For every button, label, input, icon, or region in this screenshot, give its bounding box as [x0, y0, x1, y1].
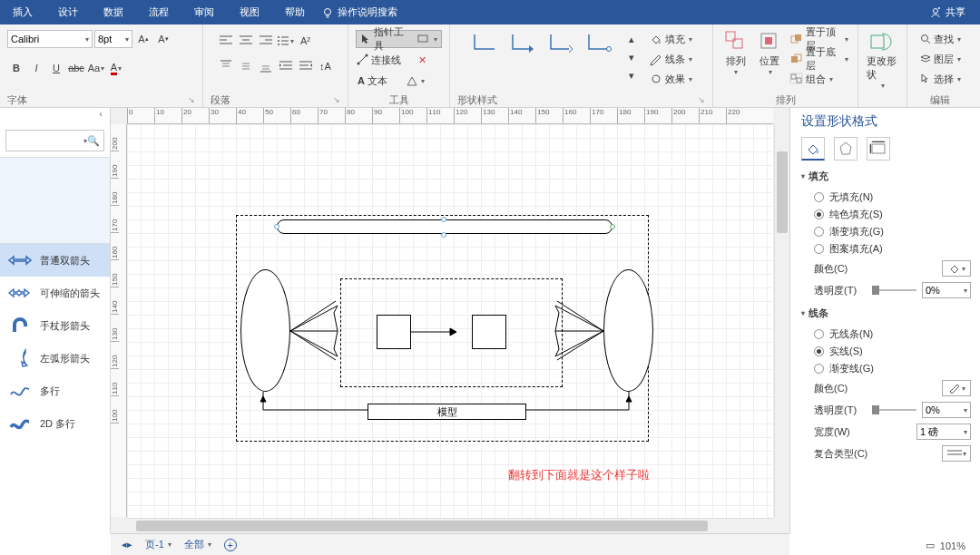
style-sample-3[interactable]: [544, 30, 579, 57]
group-button[interactable]: 组合▾: [789, 70, 850, 88]
layers-button[interactable]: 图层▾: [918, 50, 963, 68]
indent-right-button[interactable]: [297, 57, 315, 75]
panel-tab-size[interactable]: [867, 137, 890, 161]
fill-menu-button[interactable]: 填充▾: [648, 30, 694, 48]
change-shape-button[interactable]: 更改形状▾: [867, 30, 899, 90]
case-button[interactable]: Aa▾: [87, 59, 105, 77]
arrange-button[interactable]: 排列▾: [720, 30, 751, 76]
superscript-button[interactable]: A²: [297, 32, 315, 50]
radio-no-line[interactable]: 无线条(N): [801, 326, 971, 343]
valign-middle-button[interactable]: [237, 57, 255, 75]
compound-type-picker[interactable]: ▾: [942, 445, 971, 462]
line-color-picker[interactable]: ▾: [942, 380, 971, 396]
shape-item-multiline[interactable]: 多行: [0, 375, 110, 407]
line-transparency-slider[interactable]: [872, 409, 916, 411]
line-width-input[interactable]: 1 磅▾: [916, 424, 971, 440]
chevron-down-icon: ▾: [85, 35, 89, 44]
tab-process[interactable]: 流程: [136, 0, 181, 24]
radio-gradient-fill[interactable]: 渐变填充(G): [801, 223, 971, 240]
radio-pattern-fill[interactable]: 图案填充(A): [801, 240, 971, 258]
close-icon[interactable]: ✕: [418, 54, 426, 66]
send-back-button[interactable]: 置于底层▾: [789, 50, 850, 68]
share-button[interactable]: 共享: [929, 5, 965, 19]
gallery-more-button[interactable]: ▾: [624, 66, 639, 84]
fill-transparency-slider[interactable]: [872, 289, 916, 291]
select-button[interactable]: 选择▾: [918, 70, 963, 88]
tab-data[interactable]: 数据: [91, 0, 136, 24]
pointer-tool-button[interactable]: 指针工具▾: [356, 30, 442, 48]
shape-dashed-rect[interactable]: [340, 278, 563, 387]
shape-item-cane-arrow[interactable]: 手杖形箭头: [0, 309, 110, 342]
radio-solid-line[interactable]: 实线(S): [801, 343, 971, 360]
tell-me-search[interactable]: 操作说明搜索: [321, 5, 397, 19]
text-direction-button[interactable]: ↕A: [317, 57, 335, 75]
style-sample-2[interactable]: [506, 30, 541, 57]
underline-button[interactable]: U: [47, 59, 65, 77]
dialog-launcher-icon[interactable]: ↘: [333, 95, 340, 104]
shape-ellipse-right[interactable]: [603, 269, 653, 392]
dialog-launcher-icon[interactable]: ↘: [188, 95, 195, 104]
valign-bottom-button[interactable]: [257, 57, 275, 75]
align-center-button[interactable]: [237, 32, 255, 50]
tab-view[interactable]: 视图: [227, 0, 272, 24]
gallery-down-button[interactable]: ▾: [624, 48, 639, 66]
shape-item-flex-arrow[interactable]: 可伸缩的箭头: [0, 277, 110, 309]
line-transparency-input[interactable]: 0%▾: [922, 402, 971, 418]
scrollbar-horizontal[interactable]: [127, 518, 773, 533]
pointer-tool-label: 指针工具: [374, 25, 412, 53]
bold-button[interactable]: B: [7, 59, 25, 77]
section-line-header[interactable]: ▾线条: [801, 307, 971, 320]
connector-tool-button[interactable]: 连接线✕: [356, 51, 428, 69]
page-tab-1[interactable]: 页-1▾: [145, 538, 172, 551]
line-menu-button[interactable]: 线条▾: [648, 50, 694, 68]
zoom-indicator[interactable]: ▭101%: [926, 540, 965, 551]
dialog-launcher-icon[interactable]: ↘: [698, 95, 705, 104]
effects-menu-button[interactable]: 效果▾: [648, 70, 694, 88]
shape-square-2[interactable]: [472, 315, 506, 349]
find-button[interactable]: 查找▾: [918, 30, 963, 48]
drawing-canvas[interactable]: 模型 翻转到下面就是这个样子啦: [127, 124, 773, 533]
valign-top-button[interactable]: [217, 57, 235, 75]
shape-ellipse-left[interactable]: [240, 269, 290, 392]
scrollbar-vertical[interactable]: [774, 124, 789, 517]
radio-no-fill[interactable]: 无填充(N): [801, 189, 971, 206]
bullets-button[interactable]: ▾: [277, 32, 295, 50]
fill-color-picker[interactable]: ▾: [942, 260, 971, 277]
indent-left-button[interactable]: [277, 57, 295, 75]
italic-button[interactable]: I: [27, 59, 45, 77]
align-left-button[interactable]: [217, 32, 235, 50]
tab-review[interactable]: 审阅: [181, 0, 227, 24]
all-pages-button[interactable]: 全部▾: [184, 538, 211, 551]
shapes-search-input[interactable]: ▾ 🔍: [5, 130, 104, 151]
shape-item-2d-multiline[interactable]: 2D 多行: [0, 407, 110, 440]
radio-gradient-line[interactable]: 渐变线(G): [801, 360, 971, 377]
tab-help[interactable]: 帮助: [272, 0, 318, 24]
fill-transparency-input[interactable]: 0%▾: [922, 282, 971, 298]
shape-item-double-arrow[interactable]: 普通双箭头: [0, 244, 110, 277]
font-color-button[interactable]: A▾: [107, 59, 125, 77]
grow-font-button[interactable]: A▴: [134, 30, 152, 48]
style-sample-4[interactable]: [583, 30, 617, 57]
gallery-up-button[interactable]: ▴: [624, 30, 639, 48]
font-size-select[interactable]: 8pt▾: [94, 30, 132, 48]
shape-item-left-arc-arrow[interactable]: 左弧形箭头: [0, 342, 110, 375]
shape-model-box[interactable]: 模型: [368, 404, 526, 420]
section-fill-header[interactable]: ▾填充: [801, 170, 971, 183]
position-button[interactable]: 位置▾: [755, 30, 786, 76]
shape-square-1[interactable]: [377, 315, 411, 349]
shrink-font-button[interactable]: A▾: [154, 30, 172, 48]
style-sample-1[interactable]: [468, 30, 503, 57]
strike-button[interactable]: abc: [67, 59, 85, 77]
tab-design[interactable]: 设计: [45, 0, 91, 24]
shapes-collapse-button[interactable]: ‹: [0, 108, 110, 124]
align-right-button[interactable]: [257, 32, 275, 50]
pages-nav-button[interactable]: ◂▸: [122, 539, 132, 550]
tab-insert[interactable]: 插入: [0, 0, 45, 24]
radio-solid-fill[interactable]: 纯色填充(S): [801, 206, 971, 223]
add-page-button[interactable]: +: [224, 539, 237, 551]
font-name-select[interactable]: Calibri▾: [7, 30, 93, 48]
text-tool-button[interactable]: A文本▾: [356, 72, 426, 90]
panel-tab-fill-line[interactable]: [801, 137, 825, 161]
panel-tab-effects[interactable]: [834, 137, 858, 161]
fit-window-icon[interactable]: ▭: [926, 540, 935, 551]
